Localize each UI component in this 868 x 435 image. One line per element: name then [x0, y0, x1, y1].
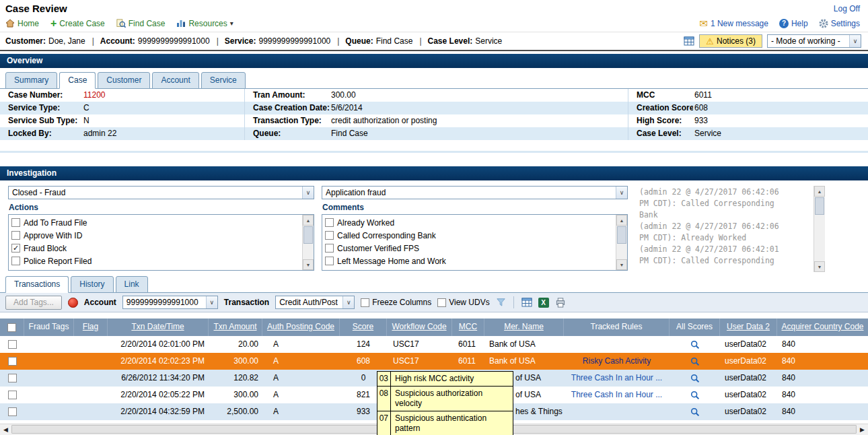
- comment-item[interactable]: Left Message Home and Work: [325, 255, 614, 267]
- all-scores-magnifier-icon[interactable]: [690, 407, 700, 417]
- add-tags-button[interactable]: Add Tags...: [5, 296, 62, 310]
- scroll-thumb[interactable]: [815, 197, 824, 215]
- nav-find-case-label: Find Case: [129, 19, 166, 28]
- comment-checkbox[interactable]: [325, 231, 334, 240]
- view-udvs-option[interactable]: View UDVs: [437, 298, 489, 307]
- overview-tab[interactable]: Case: [59, 72, 96, 89]
- detail-value: credit authorization or posting: [330, 114, 628, 127]
- all-scores-magnifier-icon[interactable]: [690, 357, 700, 366]
- actions-scrollbar[interactable]: [302, 215, 314, 270]
- scroll-left-arrow[interactable]: [0, 424, 11, 435]
- comment-item[interactable]: Already Worked: [325, 216, 614, 229]
- column-header[interactable]: All Scores: [670, 319, 720, 336]
- column-header[interactable]: MCC: [452, 319, 484, 336]
- scroll-right-arrow[interactable]: [857, 424, 868, 435]
- action-item[interactable]: Fraud Block: [11, 242, 300, 255]
- action-item[interactable]: Add To Fraud File: [11, 216, 300, 229]
- filter-icon[interactable]: [496, 298, 506, 307]
- nav-resources[interactable]: Resources: [176, 19, 233, 28]
- action-checkbox[interactable]: [11, 218, 20, 227]
- tracked-rule-link[interactable]: Three Cash In an Hour ...: [571, 390, 662, 399]
- scroll-up-arrow[interactable]: [303, 215, 314, 226]
- transaction-row[interactable]: 2/20/2014 02:02:23 PM 300.00 A 608 USC17…: [0, 353, 868, 370]
- overview-tab[interactable]: Summary: [5, 72, 57, 89]
- row-checkbox[interactable]: [8, 340, 17, 349]
- select-all-checkbox[interactable]: [7, 323, 16, 332]
- column-header[interactable]: Mer. Name: [484, 319, 564, 336]
- column-header[interactable]: User Data 2: [720, 319, 777, 336]
- comment-checkbox[interactable]: [325, 244, 334, 253]
- transactions-tab[interactable]: History: [71, 276, 113, 293]
- freeze-columns-checkbox[interactable]: [361, 298, 369, 307]
- cell-fraud-tags: [24, 353, 74, 370]
- comments-scrollbar[interactable]: [616, 215, 627, 270]
- comment-checkbox[interactable]: [325, 218, 334, 227]
- fraud-type-select[interactable]: Application fraud: [322, 186, 628, 199]
- tracked-rule-link[interactable]: Risky Cash Activity: [583, 356, 651, 366]
- detail-label: Queue:: [244, 127, 330, 140]
- action-checkbox[interactable]: [11, 257, 20, 265]
- column-header[interactable]: Txn Date/Time: [108, 319, 209, 336]
- comments-label: Comments: [322, 203, 628, 213]
- scroll-thumb[interactable]: [617, 226, 626, 244]
- action-checkbox[interactable]: [11, 244, 20, 253]
- scroll-down-arrow[interactable]: [616, 259, 627, 270]
- overview-tab[interactable]: Service: [201, 72, 246, 89]
- action-item[interactable]: Police Report Filed: [11, 255, 300, 267]
- transaction-select[interactable]: Credit Auth/Post: [275, 296, 355, 309]
- comment-checkbox[interactable]: [325, 257, 334, 265]
- mode-of-working-select[interactable]: - Mode of working -: [767, 34, 861, 48]
- overview-tab[interactable]: Customer: [98, 72, 150, 89]
- case-status-select[interactable]: Closed - Fraud: [8, 186, 314, 199]
- column-header[interactable]: Acquirer Country Code: [777, 319, 868, 336]
- scroll-thumb[interactable]: [303, 226, 313, 244]
- nav-find-case[interactable]: Find Case: [116, 19, 166, 28]
- column-header-label: Fraud Tags: [29, 322, 69, 331]
- column-header[interactable]: Tracked Rules: [564, 319, 670, 336]
- column-header[interactable]: Workflow Code: [387, 319, 452, 336]
- nav-create-case[interactable]: + Create Case: [50, 19, 105, 28]
- column-header[interactable]: Txn Amount: [209, 319, 262, 336]
- column-header[interactable]: Fraud Tags: [24, 319, 74, 336]
- all-scores-magnifier-icon[interactable]: [690, 340, 700, 349]
- nav-home[interactable]: Home: [5, 19, 39, 28]
- scroll-down-arrow[interactable]: [303, 259, 314, 270]
- action-checkbox[interactable]: [11, 231, 20, 240]
- scroll-down-arrow[interactable]: [814, 261, 825, 272]
- account-select[interactable]: 9999999999991000: [122, 296, 218, 309]
- row-checkbox[interactable]: [8, 357, 17, 366]
- comment-item[interactable]: Called Corresponding Bank: [325, 229, 614, 242]
- overview-tab[interactable]: Account: [152, 72, 198, 89]
- column-header-label: All Scores: [676, 322, 713, 331]
- tracked-rule-link[interactable]: Three Cash In an Hour ...: [571, 373, 662, 382]
- comment-item[interactable]: Customer Verified FPS: [325, 242, 614, 255]
- transaction-row[interactable]: 2/20/2014 02:01:00 PM 20.00 A 124 USC17 …: [0, 336, 868, 353]
- print-icon[interactable]: [555, 298, 566, 308]
- row-checkbox[interactable]: [8, 391, 17, 399]
- detail-label: Tran Amount:: [244, 89, 330, 102]
- scroll-up-arrow[interactable]: [616, 215, 627, 226]
- transactions-tab[interactable]: Transactions: [5, 276, 69, 293]
- all-scores-magnifier-icon[interactable]: [690, 391, 700, 400]
- scroll-up-arrow[interactable]: [814, 186, 825, 197]
- notices-button[interactable]: Notices (3): [699, 34, 762, 48]
- nav-help[interactable]: Help: [779, 19, 808, 28]
- nav-new-message[interactable]: 1 New message: [699, 18, 768, 30]
- row-checkbox[interactable]: [8, 407, 17, 416]
- transactions-tab[interactable]: Link: [116, 276, 148, 293]
- remove-tag-icon[interactable]: [68, 298, 78, 308]
- freeze-columns-option[interactable]: Freeze Columns: [361, 298, 431, 307]
- action-item[interactable]: Approve With ID: [11, 229, 300, 242]
- column-header[interactable]: Score: [340, 319, 387, 336]
- column-header[interactable]: Flag: [74, 319, 108, 336]
- log-off-link[interactable]: Log Off: [834, 4, 860, 13]
- table-view-icon[interactable]: [684, 36, 694, 46]
- row-checkbox[interactable]: [8, 374, 17, 382]
- nav-settings[interactable]: Settings: [819, 19, 860, 28]
- view-udvs-checkbox[interactable]: [437, 298, 446, 307]
- excel-export-icon[interactable]: [538, 298, 549, 308]
- grid-view-icon[interactable]: [521, 298, 532, 307]
- column-header[interactable]: Auth Posting Code: [262, 319, 340, 336]
- log-scrollbar[interactable]: [813, 186, 825, 272]
- all-scores-magnifier-icon[interactable]: [690, 374, 700, 383]
